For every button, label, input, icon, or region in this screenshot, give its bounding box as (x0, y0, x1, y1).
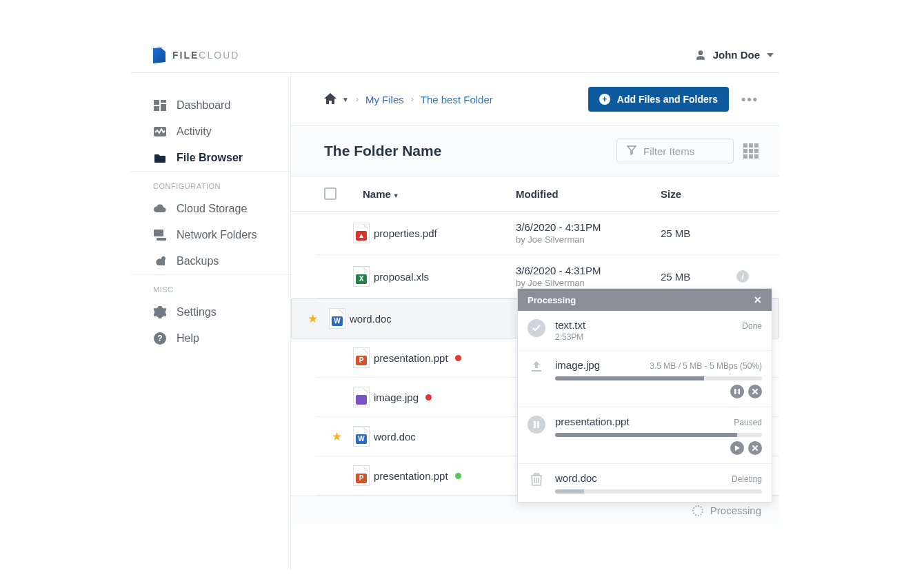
file-size: 25 MB (661, 227, 736, 239)
gear-icon (153, 306, 167, 318)
svg-rect-5 (154, 230, 163, 236)
processing-panel: Processing ✕ text.txtDone2:53PMimage.jpg… (517, 288, 772, 502)
file-name: presentation.ppt (374, 352, 516, 364)
user-name: John Doe (713, 49, 760, 61)
sidebar-item-label: Network Folders (177, 229, 257, 241)
page-title: The Folder Name (324, 143, 441, 159)
chevron-right-icon: › (411, 94, 414, 104)
sidebar-item-label: Help (177, 332, 199, 345)
user-icon (695, 50, 706, 61)
breadcrumb: ▼ › My Files › The best Folder (324, 93, 493, 106)
processing-item: word.docDeleting (518, 464, 772, 502)
column-header-modified[interactable]: Modified (516, 188, 661, 200)
sidebar-item-file-browser[interactable]: File Browser (131, 145, 290, 171)
svg-rect-11 (739, 389, 741, 394)
processing-item: image.jpg3.5 MB / 5 MB - 5 MBps (50%) (518, 351, 772, 407)
sidebar-item-settings[interactable]: Settings (131, 299, 290, 325)
column-header-name[interactable]: Name▼ (363, 188, 516, 200)
svg-rect-3 (161, 104, 166, 111)
status-dot-icon (455, 473, 461, 479)
add-files-folders-button[interactable]: + Add Files and Folders (588, 87, 729, 112)
svg-text:?: ? (157, 334, 162, 343)
file-name: properties.pdf (374, 227, 516, 239)
file-name: image.jpg (374, 392, 516, 403)
filecloud-logo-icon (153, 47, 165, 63)
file-modified: 3/6/2020 - 4:31PMby Joe Silverman (516, 265, 661, 288)
file-name: word.doc (374, 431, 516, 443)
file-type-icon: W (330, 309, 345, 328)
file-type-icon: W (354, 427, 369, 446)
progress-bar (555, 489, 762, 494)
sidebar-item-help[interactable]: ? Help (131, 325, 290, 352)
top-header: FILECLOUD John Doe (131, 37, 779, 73)
file-type-icon: X (354, 267, 369, 286)
plus-circle-icon: + (599, 94, 610, 105)
cloud-icon (153, 203, 167, 215)
column-header-size[interactable]: Size (661, 188, 736, 200)
breadcrumb-bar: ▼ › My Files › The best Folder + Add Fil… (291, 73, 779, 126)
progress-bar (555, 376, 762, 380)
activity-icon (153, 125, 167, 138)
pause-circle-icon (528, 416, 545, 434)
star-icon[interactable]: ★ (308, 312, 318, 326)
table-row[interactable]: ▲ properties.pdf 3/6/2020 - 4:31PMby Joe… (316, 212, 779, 255)
file-type-icon (354, 387, 369, 407)
file-name: presentation.ppt (374, 470, 516, 482)
check-circle-icon (528, 319, 545, 337)
cancel-button[interactable] (748, 385, 762, 398)
sidebar-item-cloud-storage[interactable]: Cloud Storage (131, 196, 290, 222)
sidebar-item-activity[interactable]: Activity (131, 119, 290, 145)
more-options-button[interactable]: ••• (741, 92, 759, 107)
svg-rect-13 (537, 421, 539, 428)
select-all-checkbox[interactable] (324, 187, 337, 200)
sidebar-item-network-folders[interactable]: Network Folders (131, 222, 290, 248)
grid-view-button[interactable] (743, 143, 759, 159)
breadcrumb-my-files[interactable]: My Files (365, 94, 404, 105)
chevron-right-icon: › (356, 94, 359, 104)
sort-caret-icon: ▼ (393, 192, 399, 199)
breadcrumb-current[interactable]: The best Folder (421, 94, 493, 105)
brand-logo[interactable]: FILECLOUD (153, 48, 239, 63)
svg-rect-0 (154, 100, 159, 105)
pause-button[interactable] (730, 385, 744, 398)
folder-icon (153, 152, 167, 164)
main-content: ▼ › My Files › The best Folder + Add Fil… (291, 73, 779, 569)
svg-rect-6 (157, 238, 166, 241)
filter-icon (627, 145, 636, 157)
sidebar: Dashboard Activity File Browser CONFIGUR… (131, 73, 291, 569)
sidebar-section-misc: MISC (131, 274, 290, 299)
info-icon[interactable]: i (736, 270, 749, 283)
star-icon[interactable]: ★ (332, 429, 342, 444)
filter-input[interactable]: Filter Items (616, 139, 734, 163)
cancel-button[interactable] (748, 441, 762, 455)
sidebar-item-label: Settings (177, 306, 217, 318)
sidebar-item-label: File Browser (177, 152, 243, 164)
file-type-icon: ▲ (354, 223, 369, 243)
close-icon[interactable]: ✕ (754, 294, 762, 305)
app-frame: FILECLOUD John Doe Dashboard Activity (131, 37, 779, 569)
dashboard-icon (153, 99, 167, 112)
file-name: word.doc (350, 313, 515, 325)
resume-button[interactable] (730, 441, 744, 455)
sidebar-item-backups[interactable]: Backups (131, 248, 290, 274)
sidebar-item-dashboard[interactable]: Dashboard (131, 92, 290, 119)
sidebar-section-configuration: CONFIGURATION (131, 171, 290, 196)
status-dot-icon (455, 355, 461, 361)
upload-icon (528, 359, 545, 373)
svg-point-7 (161, 256, 165, 261)
spinner-icon (692, 505, 703, 516)
file-type-icon: P (354, 466, 369, 485)
svg-rect-2 (154, 106, 159, 111)
sidebar-item-label: Dashboard (177, 99, 230, 112)
sidebar-item-label: Activity (177, 125, 212, 138)
help-icon: ? (153, 332, 167, 345)
table-header: Name▼ Modified Size (291, 176, 779, 212)
user-menu[interactable]: John Doe (695, 49, 774, 61)
svg-rect-12 (534, 421, 536, 428)
processing-header: Processing ✕ (518, 289, 772, 311)
breadcrumb-dropdown-icon[interactable]: ▼ (342, 96, 349, 103)
svg-rect-1 (161, 100, 166, 103)
chevron-down-icon (767, 53, 774, 57)
home-icon[interactable] (324, 93, 337, 106)
sidebar-item-label: Cloud Storage (177, 203, 247, 215)
